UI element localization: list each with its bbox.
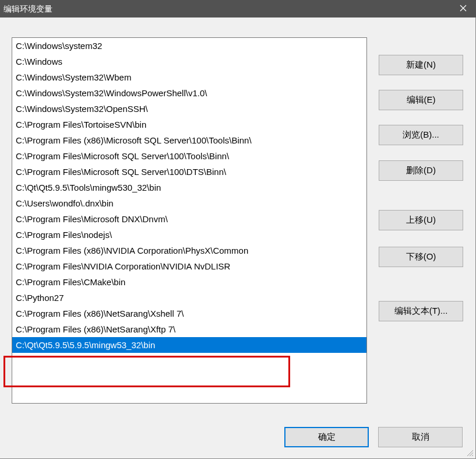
new-button[interactable]: 新建(N) bbox=[379, 55, 463, 75]
list-item[interactable]: C:\Program Files\Microsoft DNX\Dnvm\ bbox=[12, 211, 366, 227]
list-item[interactable]: C:\Program Files\TortoiseSVN\bin bbox=[12, 117, 366, 132]
bottom-button-row: 确定 取消 bbox=[284, 427, 463, 447]
list-item[interactable]: C:\Windows bbox=[12, 54, 366, 69]
list-item[interactable]: C:\Windows\System32\Wbem bbox=[12, 69, 366, 85]
list-item[interactable]: C:\Windows\System32\OpenSSH\ bbox=[12, 101, 366, 117]
svg-line-4 bbox=[472, 455, 473, 456]
close-icon bbox=[460, 0, 467, 17]
list-item[interactable]: C:\Program Files\CMake\bin bbox=[12, 274, 366, 290]
list-item[interactable]: C:\Python27 bbox=[12, 290, 366, 306]
list-item[interactable]: C:\Program Files\NVIDIA Corporation\NVID… bbox=[12, 258, 366, 274]
list-item[interactable]: C:\Program Files (x86)\Microsoft SQL Ser… bbox=[12, 132, 366, 148]
list-item[interactable]: C:\Program Files (x86)\NVIDIA Corporatio… bbox=[12, 243, 366, 258]
window-title: 编辑环境变量 bbox=[3, 0, 450, 17]
close-button[interactable] bbox=[450, 0, 476, 17]
list-item[interactable]: C:\Users\wondfo\.dnx\bin bbox=[12, 195, 366, 211]
list-item[interactable]: C:\Program Files\Microsoft SQL Server\10… bbox=[12, 164, 366, 180]
move-down-button[interactable]: 下移(O) bbox=[379, 247, 463, 267]
list-item[interactable]: C:\Program Files\Microsoft SQL Server\10… bbox=[12, 148, 366, 164]
list-item[interactable]: C:\Qt\Qt5.9.5\5.9.5\mingw53_32\bin bbox=[12, 337, 366, 353]
resize-grip[interactable] bbox=[466, 449, 474, 457]
ok-button[interactable]: 确定 bbox=[284, 427, 369, 447]
dialog-content: C:\Windows\system32C:\WindowsC:\Windows\… bbox=[0, 17, 476, 459]
list-item[interactable]: C:\Program Files (x86)\NetSarang\Xshell … bbox=[12, 306, 366, 321]
list-item[interactable]: C:\Qt\Qt5.9.5\Tools\mingw530_32\bin bbox=[12, 180, 366, 195]
move-up-button[interactable]: 上移(U) bbox=[379, 210, 463, 230]
list-item[interactable]: C:\Program Files\nodejs\ bbox=[12, 227, 366, 243]
title-bar: 编辑环境变量 bbox=[0, 0, 476, 17]
list-item[interactable]: C:\Windows\System32\WindowsPowerShell\v1… bbox=[12, 85, 366, 101]
edit-button[interactable]: 编辑(E) bbox=[379, 90, 463, 110]
cancel-button[interactable]: 取消 bbox=[378, 427, 463, 447]
edit-text-button[interactable]: 编辑文本(T)... bbox=[379, 301, 463, 321]
browse-button[interactable]: 浏览(B)... bbox=[379, 125, 463, 145]
delete-button[interactable]: 删除(D) bbox=[379, 160, 463, 181]
path-listbox[interactable]: C:\Windows\system32C:\WindowsC:\Windows\… bbox=[12, 37, 367, 404]
list-item[interactable]: C:\Windows\system32 bbox=[12, 38, 366, 54]
list-item[interactable]: C:\Program Files (x86)\NetSarang\Xftp 7\ bbox=[12, 321, 366, 337]
